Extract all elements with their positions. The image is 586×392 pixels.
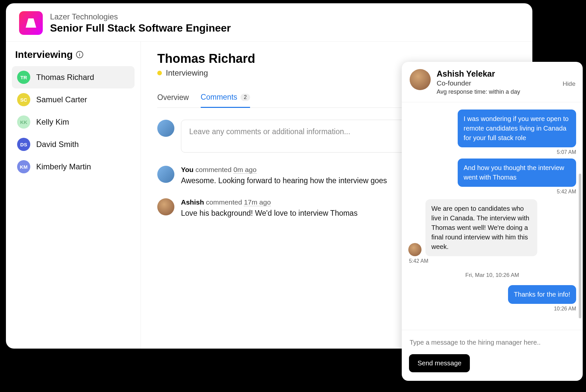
candidate-name-label: David Smith (36, 140, 79, 149)
chat-body[interactable]: I was wondering if you were open to remo… (402, 102, 583, 330)
chat-header: Ashish Yelekar Co-founder Avg response t… (402, 62, 583, 102)
comment-body: Love his background! We'd love to interv… (181, 209, 358, 218)
candidate-avatar: KM (17, 160, 30, 173)
chat-message-time: 5:42 AM (557, 189, 576, 195)
candidate-avatar: DS (17, 138, 30, 151)
candidate-item[interactable]: KMKimberly Martin (12, 156, 135, 178)
candidate-item[interactable]: TRThomas Richard (12, 66, 135, 88)
scrollbar[interactable] (579, 174, 581, 318)
status-dot-icon (157, 71, 162, 75)
candidate-item[interactable]: KKKelly Kim (12, 111, 135, 133)
chat-panel: Ashish Yelekar Co-founder Avg response t… (402, 62, 583, 381)
comment-placeholder: Leave any comments or additional informa… (189, 127, 350, 136)
chat-contact-name: Ashish Yelekar (437, 69, 520, 79)
chat-message-time: 10:26 AM (554, 306, 576, 312)
job-header: Lazer Technologies Senior Full Stack Sof… (6, 3, 532, 41)
candidate-avatar: KK (17, 115, 30, 129)
status-text: Interviewing (166, 68, 208, 78)
comment-body: Awesome. Looking forward to hearing how … (181, 176, 387, 185)
candidate-avatar: TR (17, 71, 30, 84)
comment-meta: Ashish commented 17m ago (181, 198, 358, 206)
chat-input-area: Send message (402, 330, 583, 381)
job-title: Senior Full Stack Software Engineer (50, 22, 231, 34)
comment-avatar (157, 198, 174, 215)
sidebar: Interviewing i TRThomas RichardSCSamuel … (6, 42, 141, 349)
info-icon[interactable]: i (76, 51, 83, 58)
candidate-name-label: Kelly Kim (36, 117, 69, 127)
candidate-item[interactable]: SCSamuel Carter (12, 88, 135, 111)
tab-overview[interactable]: Overview (157, 89, 189, 108)
current-user-avatar (157, 120, 174, 137)
candidate-item[interactable]: DSDavid Smith (12, 133, 135, 156)
chat-message-out: Thanks for the info! (508, 285, 576, 304)
send-message-button[interactable]: Send message (409, 354, 470, 372)
candidate-name-label: Kimberly Martin (36, 162, 91, 171)
company-logo (19, 11, 43, 35)
sidebar-title: Interviewing (15, 49, 73, 60)
comments-count-badge: 2 (241, 94, 250, 101)
tab-comments-label: Comments (201, 93, 237, 102)
chat-input[interactable] (409, 336, 575, 349)
chat-header-text: Ashish Yelekar Co-founder Avg response t… (437, 69, 520, 95)
candidate-avatar: SC (17, 93, 30, 106)
candidate-name-label: Samuel Carter (36, 95, 87, 104)
chat-message-time: 5:42 AM (409, 258, 428, 264)
logo-trapezoid-icon (24, 16, 38, 30)
tab-comments[interactable]: Comments 2 (201, 89, 250, 108)
comment-avatar (157, 166, 174, 183)
comment-meta: You commented 0m ago (181, 166, 387, 174)
chat-contact-role: Co-founder (437, 79, 520, 87)
hide-button[interactable]: Hide (563, 80, 575, 87)
chat-message-time: 5:07 AM (557, 149, 576, 155)
svg-marker-0 (26, 18, 36, 28)
chat-message-in-row: We are open to candidates who live in Ca… (408, 199, 576, 256)
tab-overview-label: Overview (157, 93, 189, 102)
chat-date-separator: Fri, Mar 10, 10:26 AM (465, 272, 519, 279)
chat-message-out: And how you thought the interview went w… (458, 159, 576, 187)
header-text: Lazer Technologies Senior Full Stack Sof… (50, 12, 231, 34)
candidate-list: TRThomas RichardSCSamuel CarterKKKelly K… (12, 66, 135, 178)
chat-contact-avatar (410, 69, 431, 90)
chat-message-in: We are open to candidates who live in Ca… (425, 199, 537, 256)
sidebar-header: Interviewing i (15, 49, 135, 60)
chat-response-meta: Avg response time: within a day (437, 88, 520, 95)
chat-message-avatar (408, 243, 421, 256)
chat-message-out: I was wondering if you were open to remo… (458, 110, 576, 147)
company-name: Lazer Technologies (50, 12, 231, 21)
candidate-name-label: Thomas Richard (36, 73, 94, 82)
